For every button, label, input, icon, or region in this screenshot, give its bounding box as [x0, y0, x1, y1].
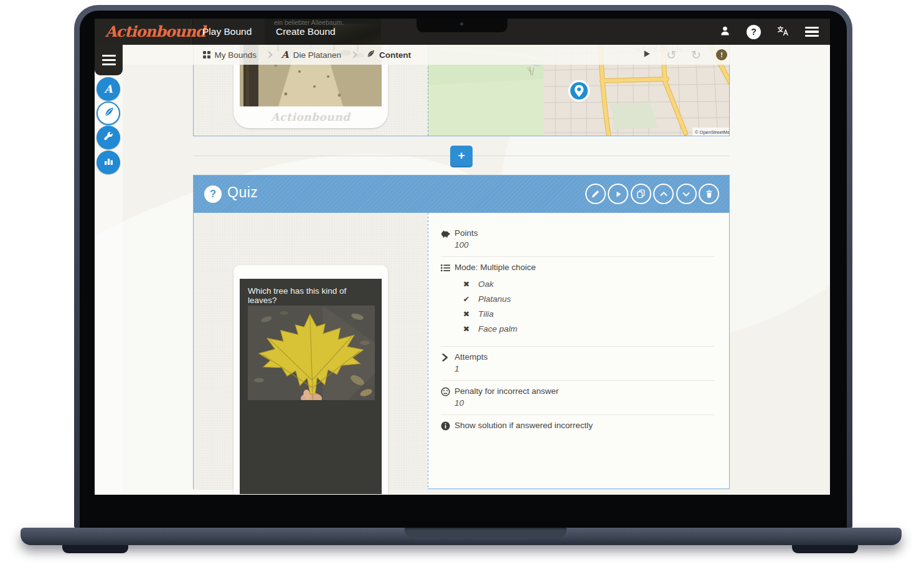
breadcrumb: My Bounds A Die Platanen Content: [203, 49, 411, 60]
quiz-preview-panel: Which tree has this kind of leaves?: [194, 213, 428, 490]
screen: Actionbound: [95, 19, 830, 495]
penalty-value: 10: [455, 398, 559, 408]
answer-row: ✖ Tilia: [462, 309, 536, 319]
breadcrumb-content[interactable]: Content: [366, 50, 411, 60]
quiz-type-icon: ?: [204, 185, 222, 203]
laptop-foot: [792, 545, 858, 553]
undo-button[interactable]: ↺: [666, 49, 676, 61]
points-label: Points: [455, 228, 478, 238]
laptop-base-notch: [405, 528, 567, 537]
page: Actionbound: [0, 0, 924, 575]
piggy-bank-icon: [441, 228, 455, 250]
bar-chart-icon: [104, 157, 113, 168]
points-value: 100: [455, 240, 478, 250]
duplicate-button[interactable]: [631, 184, 651, 204]
breadcrumb-bound[interactable]: A Die Platanen: [281, 49, 341, 60]
feather-icon: [103, 107, 114, 120]
nav-play-bound[interactable]: Play Bound: [202, 19, 252, 45]
breadcrumb-my-bounds[interactable]: My Bounds: [203, 50, 257, 60]
info-icon: [441, 421, 455, 433]
quiz-question-text: Which tree has this kind of leaves?: [248, 286, 374, 305]
sidebar-item-content[interactable]: [97, 101, 120, 125]
move-up-button[interactable]: [653, 184, 674, 204]
phone-watermark: Actionbound: [233, 111, 388, 123]
play-button[interactable]: [608, 184, 628, 204]
attempts-label: Attempts: [455, 352, 488, 362]
chevron-right-icon: [441, 352, 455, 373]
quiz-title: Quiz: [227, 184, 258, 201]
nav-create-bound[interactable]: Create Bound: [276, 19, 336, 45]
wrong-icon: ✖: [462, 279, 471, 289]
chevron-separator-icon: [265, 51, 272, 58]
sidebar-item-settings[interactable]: [97, 126, 120, 149]
logo[interactable]: Actionbound: [95, 19, 193, 45]
add-element-button[interactable]: +: [450, 146, 473, 166]
sidebar-menu-button[interactable]: [95, 45, 123, 75]
attempts-row: Attempts 1: [441, 347, 714, 381]
wrong-icon: ✖: [462, 309, 471, 319]
alert-icon[interactable]: !: [716, 49, 727, 60]
camera-icon: [460, 22, 463, 26]
move-down-button[interactable]: [676, 184, 697, 204]
list-icon: [441, 263, 455, 339]
correct-icon: ✔: [462, 294, 471, 304]
map-attribution: © OpenStreetMap: [695, 129, 729, 135]
help-icon[interactable]: ?: [747, 25, 761, 39]
edit-button[interactable]: [585, 184, 606, 204]
translate-icon[interactable]: [777, 26, 789, 39]
frown-face-icon: [441, 386, 455, 408]
sidebar-item-bound[interactable]: A: [97, 77, 120, 101]
answer-row: ✔ Platanus: [462, 294, 536, 304]
leaf-photo: [248, 306, 375, 400]
penalty-row: Penalty for incorrect answer 10: [441, 381, 714, 415]
solution-label: Show solution if answered incorrectly: [455, 421, 593, 430]
wrench-icon: [103, 131, 113, 144]
quiz-card: ? Quiz: [193, 175, 730, 489]
mode-row: Mode: Multiple choice ✖ Oak ✔ Platanus: [441, 257, 714, 347]
phone-preview: Which tree has this kind of leaves?: [233, 265, 388, 495]
answer-row: ✖ Oak: [462, 279, 536, 289]
answer-row: ✖ Face palm: [462, 324, 536, 334]
laptop-foot: [62, 545, 128, 553]
menu-icon[interactable]: [805, 27, 819, 37]
breadcrumb-bar: My Bounds A Die Platanen Content: [95, 45, 830, 65]
delete-button[interactable]: [699, 184, 719, 204]
laptop-base: [21, 528, 902, 545]
grid-icon: [203, 51, 210, 58]
map-pin-icon: [568, 80, 590, 102]
user-icon[interactable]: [720, 26, 730, 39]
mode-label: Mode: Multiple choice: [455, 263, 536, 272]
phone-screen: Which tree has this kind of leaves?: [240, 279, 382, 494]
points-row: Points 100: [441, 223, 714, 257]
solution-row: Show solution if answered incorrectly: [441, 415, 714, 440]
stage-toolbar: ↺ ↻ !: [642, 45, 727, 65]
camera-notch: [417, 19, 507, 32]
quiz-actions: [585, 184, 720, 204]
chevron-separator-icon: [350, 51, 357, 58]
wrong-icon: ✖: [462, 324, 471, 334]
feather-icon: [366, 50, 375, 60]
play-preview-button[interactable]: [642, 49, 651, 61]
answers-list: ✖ Oak ✔ Platanus ✖ Tilia: [462, 279, 536, 334]
menu-icon: [102, 55, 116, 65]
redo-button[interactable]: ↻: [691, 49, 701, 61]
actionbound-a-icon: A: [281, 49, 289, 60]
scrolled-photo-hint: [333, 24, 381, 45]
quiz-header: ? Quiz: [194, 175, 729, 213]
actionbound-a-icon: A: [104, 83, 112, 95]
penalty-label: Penalty for incorrect answer: [455, 386, 559, 396]
sidebar-item-results[interactable]: [97, 151, 120, 174]
quiz-settings-panel: Points 100 Mode:: [428, 213, 729, 489]
card-divider: [428, 213, 428, 489]
attempts-value: 1: [455, 364, 488, 373]
